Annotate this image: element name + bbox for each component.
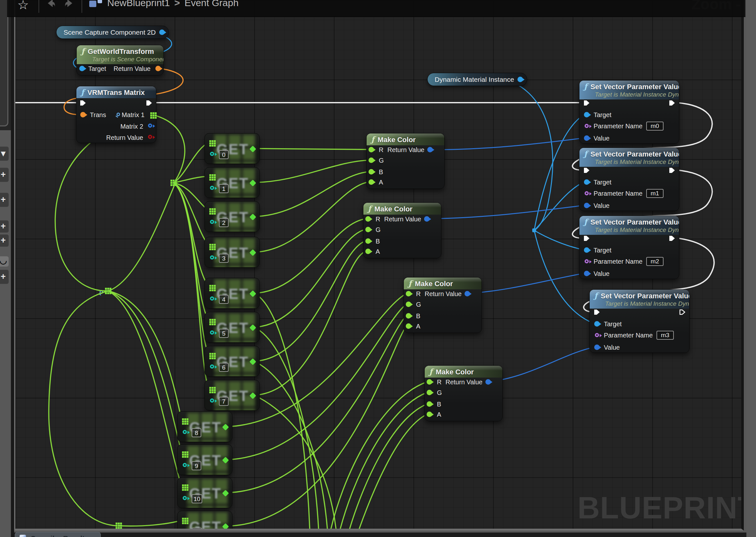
g-input-pin[interactable] bbox=[406, 302, 411, 307]
node-get-world-transform[interactable]: ƒGetWorldTransform Target is Scene Compo… bbox=[76, 45, 164, 75]
target-input-pin[interactable] bbox=[594, 321, 600, 327]
index-value[interactable]: 7 bbox=[219, 397, 229, 406]
node-make-color[interactable]: ƒMake Color R Return Value G B A bbox=[404, 277, 482, 333]
exec-output-pin[interactable] bbox=[146, 100, 153, 106]
a-input-pin[interactable] bbox=[426, 412, 432, 417]
return-value-output-pin[interactable] bbox=[424, 216, 429, 222]
breadcrumb-asset[interactable]: NewBlueprint1 bbox=[107, 0, 170, 8]
index-input-pin[interactable] bbox=[210, 296, 214, 301]
array-get-node[interactable]: GET9 bbox=[177, 444, 232, 475]
compiler-results-tab[interactable]: Compiler Results bbox=[15, 532, 101, 537]
parameter-name-value[interactable]: m2 bbox=[646, 257, 664, 266]
index-input-pin[interactable] bbox=[183, 529, 187, 531]
value-input-pin[interactable] bbox=[594, 345, 600, 350]
reroute-node[interactable] bbox=[170, 180, 172, 182]
value-input-pin[interactable] bbox=[584, 203, 589, 208]
node-make-color[interactable]: ƒMake Color R Return Value G B A bbox=[366, 133, 445, 189]
return-value-output-pin[interactable] bbox=[427, 147, 433, 152]
exec-input-pin[interactable] bbox=[594, 309, 600, 316]
exec-output-pin[interactable] bbox=[669, 167, 676, 174]
index-input-pin[interactable] bbox=[210, 330, 214, 335]
array-get-node[interactable]: GET3 bbox=[204, 237, 260, 268]
g-input-pin[interactable] bbox=[426, 390, 432, 395]
index-input-pin[interactable] bbox=[210, 255, 214, 260]
index-input-pin[interactable] bbox=[210, 364, 214, 369]
value-input-pin[interactable] bbox=[584, 135, 589, 141]
index-input-pin[interactable] bbox=[210, 398, 214, 403]
array-input-pin[interactable] bbox=[209, 140, 211, 142]
index-value[interactable]: 0 bbox=[219, 150, 229, 159]
element-output-pin[interactable] bbox=[249, 358, 256, 365]
reroute-node[interactable] bbox=[115, 522, 117, 524]
element-output-pin[interactable] bbox=[249, 290, 256, 297]
index-value[interactable]: 1 bbox=[219, 184, 229, 193]
node-vrmtrans-matrix[interactable]: ƒVRMTrans Matrix Trans Matrix 1 Matrix 2… bbox=[76, 86, 156, 143]
r-input-pin[interactable] bbox=[365, 216, 371, 222]
return-value-output-pin[interactable] bbox=[148, 135, 152, 139]
array-input-pin[interactable] bbox=[182, 518, 184, 520]
parameter-name-input-pin[interactable] bbox=[585, 124, 589, 128]
index-value[interactable]: 3 bbox=[219, 254, 229, 263]
a-input-pin[interactable] bbox=[369, 179, 374, 185]
element-output-pin[interactable] bbox=[222, 490, 229, 497]
forward-arrow-icon[interactable] bbox=[64, 0, 75, 9]
r-input-pin[interactable] bbox=[369, 147, 374, 152]
element-output-pin[interactable] bbox=[222, 424, 229, 431]
array-input-pin[interactable] bbox=[209, 244, 211, 246]
array-input-pin[interactable] bbox=[209, 285, 211, 287]
array-input-pin[interactable] bbox=[182, 484, 184, 486]
element-output-pin[interactable] bbox=[222, 457, 229, 464]
index-value[interactable]: 6 bbox=[219, 363, 229, 372]
element-output-pin[interactable] bbox=[249, 214, 256, 220]
target-input-pin[interactable] bbox=[584, 247, 589, 253]
array-input-pin[interactable] bbox=[182, 451, 184, 453]
array-input-pin[interactable] bbox=[209, 208, 211, 210]
array-get-node[interactable]: GET0 bbox=[204, 133, 260, 164]
a-input-pin[interactable] bbox=[365, 249, 371, 254]
add-button[interactable]: + bbox=[0, 192, 9, 207]
array-get-node[interactable]: GET2 bbox=[204, 201, 260, 232]
exec-input-pin[interactable] bbox=[583, 100, 590, 106]
matrix2-output-pin[interactable] bbox=[148, 124, 152, 128]
object-output-pin[interactable] bbox=[159, 29, 165, 35]
array-get-node[interactable]: GET10 bbox=[177, 477, 232, 508]
trans-input-pin[interactable] bbox=[80, 112, 86, 117]
element-output-pin[interactable] bbox=[249, 180, 256, 186]
target-input-pin[interactable] bbox=[584, 179, 589, 185]
node-set-vector-parameter[interactable]: ƒSet Vector Parameter Value Target is Ma… bbox=[579, 216, 679, 279]
element-output-pin[interactable] bbox=[222, 523, 229, 530]
index-value[interactable]: 10 bbox=[192, 494, 202, 503]
exec-output-pin[interactable] bbox=[669, 235, 676, 242]
exec-input-pin[interactable] bbox=[583, 235, 590, 242]
index-value[interactable]: 2 bbox=[219, 218, 229, 227]
parameter-name-input-pin[interactable] bbox=[595, 333, 599, 337]
b-input-pin[interactable] bbox=[406, 313, 411, 318]
exec-input-pin[interactable] bbox=[583, 167, 590, 174]
reroute-node[interactable] bbox=[105, 288, 107, 290]
breadcrumb-page[interactable]: Event Graph bbox=[185, 0, 239, 8]
event-graph-canvas[interactable]: BLUEPRINT Zoom -2 bbox=[14, 0, 744, 531]
index-value[interactable]: 4 bbox=[219, 295, 229, 304]
node-make-color[interactable]: ƒMake Color R Return Value G B A bbox=[363, 202, 441, 258]
value-input-pin[interactable] bbox=[584, 271, 589, 276]
return-value-output-pin[interactable] bbox=[465, 291, 470, 296]
r-input-pin[interactable] bbox=[406, 291, 411, 296]
add-button[interactable]: + bbox=[0, 269, 9, 284]
return-value-output-pin[interactable] bbox=[485, 379, 491, 385]
b-input-pin[interactable] bbox=[426, 401, 432, 407]
exec-output-pin[interactable] bbox=[669, 100, 676, 106]
element-output-pin[interactable] bbox=[249, 324, 256, 331]
favorite-star-icon[interactable]: ☆ bbox=[17, 0, 29, 12]
parameter-name-value[interactable]: m3 bbox=[656, 331, 674, 340]
index-input-pin[interactable] bbox=[210, 152, 214, 156]
b-input-pin[interactable] bbox=[365, 238, 371, 244]
node-set-vector-parameter[interactable]: ƒSet Vector Parameter Value Target is Ma… bbox=[589, 289, 689, 353]
add-button[interactable]: + bbox=[0, 234, 9, 247]
element-output-pin[interactable] bbox=[249, 249, 256, 256]
parameter-name-input-pin[interactable] bbox=[585, 191, 589, 195]
index-input-pin[interactable] bbox=[210, 186, 214, 190]
parameter-name-value[interactable]: m0 bbox=[646, 122, 664, 131]
collapse-button[interactable]: ▾ bbox=[0, 146, 9, 161]
index-value[interactable]: 8 bbox=[192, 428, 201, 437]
add-button[interactable]: + bbox=[0, 167, 9, 182]
